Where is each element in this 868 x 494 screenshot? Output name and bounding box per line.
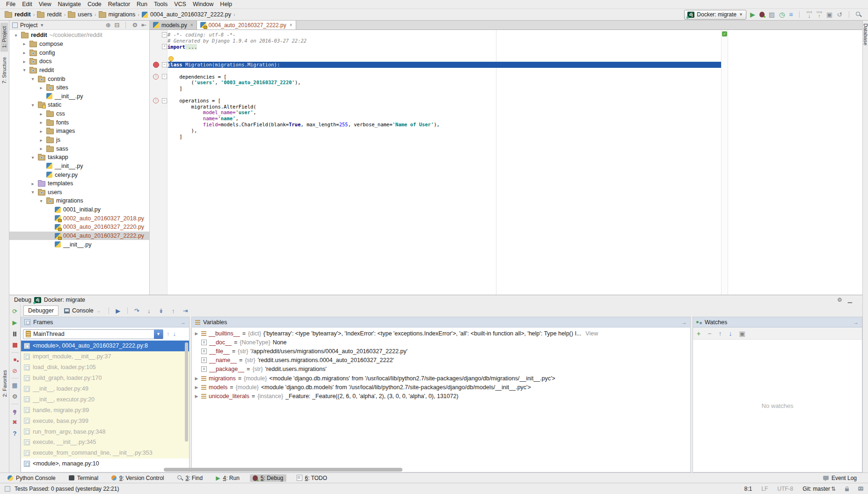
lock-icon[interactable] (845, 488, 849, 491)
frame-item[interactable]: <module>, 0004_auto_20160327_2222.py:8 (21, 341, 189, 351)
intention-bulb-icon[interactable] (168, 56, 174, 61)
pause-button[interactable] (13, 332, 16, 336)
todo-button[interactable]: 6: TODO (294, 474, 330, 482)
move-watch-down-button[interactable]: ↓ (729, 331, 732, 336)
frame-item[interactable]: <module>, manage.py:10 (21, 458, 189, 469)
search-everywhere-button[interactable] (856, 12, 861, 17)
stop-button[interactable] (13, 343, 17, 348)
step-over-button[interactable]: ↷ (131, 306, 142, 315)
expand-arrow-icon[interactable]: ▾ (38, 198, 44, 203)
pin-button[interactable] (13, 410, 16, 413)
run-configuration-select[interactable]: dj Docker: migrate ▼ (684, 10, 746, 20)
event-log-button[interactable]: Event Log (820, 474, 860, 482)
next-frame-button[interactable]: ↓ (173, 331, 176, 337)
frame-item[interactable]: import_module, __init__.py:37 (21, 351, 189, 362)
expand-arrow-icon[interactable]: ▸ (38, 138, 44, 143)
code-line[interactable]: # Generated by Django 1.9.4 on 2016-03-2… (168, 38, 721, 44)
tree-item-init-py[interactable]: __init__.py (9, 240, 149, 249)
code-line[interactable]: ] (168, 86, 721, 92)
python-console-button[interactable]: Python Console (5, 474, 58, 482)
debug-tab-debugger[interactable]: Debugger (23, 305, 58, 316)
menu-file[interactable]: File (3, 0, 19, 8)
code-line[interactable] (168, 50, 721, 56)
fold-toggle-icon[interactable]: − (162, 32, 167, 37)
resume-button[interactable]: ▶ (13, 320, 17, 326)
locate-file-button[interactable]: ⊕ (106, 22, 111, 28)
debug-button[interactable]: 5: Debug (250, 474, 286, 482)
hide-panel-icon[interactable]: → (180, 319, 186, 326)
expand-arrow-icon[interactable]: ▾ (30, 76, 36, 81)
frames-scrollbar[interactable] (185, 342, 188, 442)
inspection-ok-indicator[interactable]: ✓ (722, 31, 727, 36)
menu-window[interactable]: Window (190, 0, 217, 8)
tree-item-images[interactable]: ▸images (9, 127, 149, 136)
code-line[interactable]: ), (168, 128, 721, 134)
override-marker-icon[interactable]: ↑ (153, 98, 159, 103)
debug-tab-console[interactable]: Console→ (60, 306, 105, 315)
chevron-down-icon[interactable]: ▼ (40, 23, 44, 28)
previous-frame-button[interactable]: ↑ (167, 331, 170, 337)
tool-button-7-structure[interactable]: 7: Structure (0, 53, 8, 87)
code-line[interactable]: field=models.CharField(blank=True, max_l… (168, 122, 721, 128)
version-control-button[interactable]: 9: Version Control (109, 474, 167, 482)
tree-item-taskapp[interactable]: ▾taskapp (9, 153, 149, 162)
breadcrumb-item-reddit[interactable]: reddit (5, 11, 31, 18)
remove-watch-button[interactable]: − (708, 331, 711, 336)
fold-toggle-icon[interactable]: − (162, 74, 167, 79)
variable-row-models[interactable]: ▶models = {module} <module 'django.db.mo… (192, 383, 690, 392)
step-into-button[interactable]: ↓ (144, 306, 154, 315)
variable-row-migrations[interactable]: ▶migrations = {module} <module 'django.d… (192, 374, 690, 383)
find-button[interactable]: 3: Find (175, 474, 206, 482)
expand-arrow-icon[interactable]: ▶ (194, 385, 199, 390)
expand-arrow-icon[interactable]: ▾ (30, 189, 36, 195)
chevron-down-icon[interactable]: ▼ (154, 330, 163, 339)
rerun-button[interactable]: ⟳ (12, 309, 17, 314)
execution-line[interactable]: class Migration(migrations.Migration): (168, 62, 721, 68)
force-step-into-button[interactable]: ↡ (156, 306, 167, 315)
code-line[interactable]: model_name='user', (168, 109, 721, 116)
close-icon[interactable]: × (190, 22, 193, 28)
code-line[interactable] (168, 56, 721, 62)
menu-tools[interactable]: Tools (151, 0, 171, 8)
settings-button[interactable]: ⚙ (12, 394, 18, 400)
menu-help[interactable]: Help (217, 0, 235, 8)
collapse-all-button[interactable]: ⊟ (115, 22, 120, 28)
show-changes-button[interactable]: ▣ (826, 12, 832, 17)
step-out-button[interactable]: ↑ (168, 306, 179, 315)
tree-item-celery-py[interactable]: celery.py (9, 170, 149, 179)
tree-item-reddit[interactable]: ▾reddit (9, 66, 149, 75)
frame-item[interactable]: execute_from_command_line, __init__.py:3… (21, 448, 189, 458)
expand-arrow-icon[interactable]: ▸ (38, 111, 44, 116)
hide-panel-button[interactable]: ⇤ (141, 22, 146, 28)
menu-vcs[interactable]: VCS (171, 0, 190, 8)
expand-arrow-icon[interactable]: ▾ (30, 102, 36, 108)
horizontal-scrollbar[interactable] (164, 468, 402, 472)
help-button[interactable]: ? (13, 431, 17, 436)
vcs-update-button[interactable]: VCS↓ (806, 11, 812, 18)
code-line[interactable]: operations = [ (168, 98, 721, 104)
settings-button[interactable]: ⚙ (132, 22, 138, 28)
run-button[interactable]: ▶ (750, 12, 755, 17)
tree-item-users[interactable]: ▾users (9, 188, 149, 197)
code-line[interactable]: name='name', (168, 116, 721, 122)
menu-code[interactable]: Code (84, 0, 105, 8)
run-button[interactable]: ▶4: Run (213, 474, 242, 482)
expand-arrow-icon[interactable]: ▸ (38, 146, 44, 151)
tree-item-0004-auto-20160327-2222-py[interactable]: 0004_auto_20160327_2222.py (9, 232, 149, 240)
view-link[interactable]: View (585, 330, 598, 337)
mute-breakpoints-button[interactable]: ⊘ (12, 368, 17, 374)
code-line[interactable]: dependencies = [ (168, 74, 721, 80)
menu-refactor[interactable]: Refactor (105, 0, 133, 8)
concurrency-diagram-button[interactable]: ≡ (789, 12, 793, 17)
expand-arrow-icon[interactable]: ▸ (22, 59, 27, 64)
run-to-cursor-button[interactable]: ⇥ (180, 306, 191, 315)
expand-arrow-icon[interactable]: ▶ (194, 394, 199, 399)
encoding-widget[interactable]: UTF-8 (777, 486, 793, 492)
tree-item-config[interactable]: ▸config (9, 48, 149, 57)
code-line[interactable]: migrations.AlterField( (168, 104, 721, 110)
expand-arrow-icon[interactable]: ▸ (38, 85, 44, 90)
project-tree[interactable]: ▾reddit ~/cook​iecutter/reddit▸compose▸c… (9, 30, 150, 295)
tree-item-css[interactable]: ▸css (9, 109, 149, 118)
tree-item-0002-auto-20160327-2018-py[interactable]: 0002_auto_20160327_2018.py (9, 214, 149, 223)
code-line[interactable] (168, 92, 721, 98)
